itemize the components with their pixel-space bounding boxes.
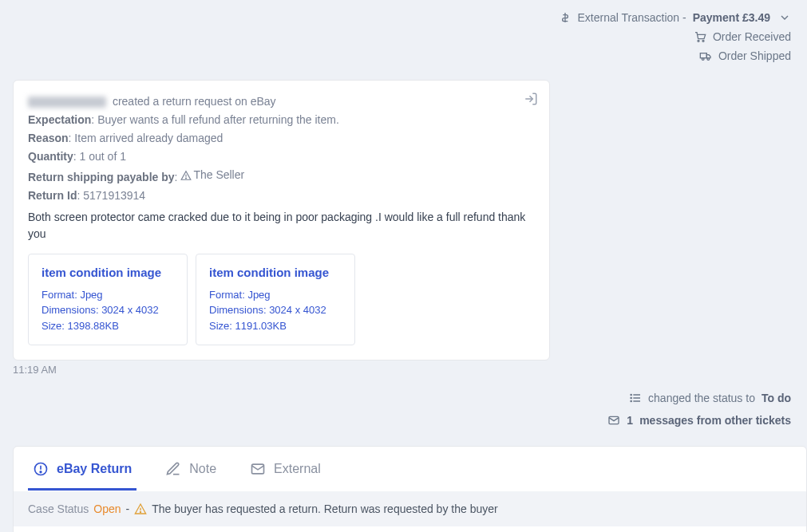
tab-external-label: External: [274, 462, 321, 476]
messages-count: 1: [627, 414, 633, 427]
transaction-event[interactable]: External Transaction - Payment £3.49: [16, 8, 791, 27]
attachment-format: Format: Jpeg: [209, 287, 342, 303]
case-status-text: The buyer has requested a return. Return…: [152, 502, 497, 515]
attachments: item condition image Format: Jpeg Dimens…: [28, 254, 535, 346]
status-change-value: To do: [762, 392, 791, 404]
attachment-format: Format: Jpeg: [42, 287, 174, 303]
edit-icon: [165, 461, 181, 477]
svg-point-11: [40, 471, 42, 473]
quantity-line: Quantity: 1 out of 1: [28, 148, 535, 165]
status-change-event: changed the status to To do: [16, 387, 791, 409]
svg-point-4: [707, 58, 710, 61]
order-received-label: Order Received: [713, 30, 791, 43]
created-line: created a return request on eBay: [28, 93, 535, 110]
created-suffix: created a return request on eBay: [113, 95, 276, 108]
order-shipped-event: Order Shipped: [16, 46, 791, 65]
warning-triangle-icon: [134, 502, 147, 515]
return-id-label: Return Id: [28, 189, 77, 202]
top-events: External Transaction - Payment £3.49 Ord…: [0, 0, 807, 65]
case-status-dash: -: [126, 502, 130, 515]
order-received-event: Order Received: [16, 27, 791, 46]
alert-circle-icon: [33, 461, 49, 477]
tab-ebay-label: eBay Return: [57, 462, 132, 476]
svg-point-3: [702, 58, 704, 61]
dollar-icon: [559, 11, 572, 24]
status-change-prefix: changed the status to: [648, 392, 755, 404]
tab-note-label: Note: [189, 462, 216, 476]
case-status-open: Open: [93, 502, 121, 515]
warning-triangle-icon: [180, 170, 192, 181]
payable-value: The Seller: [193, 167, 244, 183]
svg-point-5: [186, 178, 187, 179]
payable-warn: The Seller: [180, 167, 244, 183]
expectation-label: Expectation: [28, 113, 91, 126]
transaction-prefix: External Transaction -: [578, 11, 686, 24]
transaction-amount: Payment £3.49: [693, 11, 770, 24]
svg-point-7: [631, 397, 631, 398]
attachment-card[interactable]: item condition image Format: Jpeg Dimens…: [196, 254, 355, 346]
return-id-line: Return Id: 5171913914: [28, 187, 535, 204]
return-request-card: created a return request on eBay Expecta…: [13, 80, 550, 361]
tab-ebay-return[interactable]: eBay Return: [28, 447, 136, 491]
svg-point-13: [140, 511, 141, 512]
message-timestamp: 11:19 AM: [13, 364, 807, 376]
buyer-message: Both screen protector came cracked due t…: [28, 209, 535, 242]
quantity-value: 1 out of 1: [80, 150, 126, 163]
login-icon[interactable]: [524, 92, 538, 108]
attachment-size: Size: 1191.03KB: [209, 318, 342, 334]
tab-external[interactable]: External: [245, 447, 326, 491]
attachment-dimensions: Dimensions: 3024 x 4032: [209, 302, 342, 318]
attachment-card[interactable]: item condition image Format: Jpeg Dimens…: [28, 254, 188, 346]
attachment-dimensions: Dimensions: 3024 x 4032: [42, 302, 174, 318]
expectation-line: Expectation: Buyer wants a full refund a…: [28, 112, 535, 128]
expectation-value: Buyer wants a full refund after returnin…: [97, 113, 339, 126]
attachment-title[interactable]: item condition image: [209, 266, 342, 279]
svg-rect-2: [700, 53, 706, 58]
case-status-label: Case Status: [28, 502, 89, 515]
mid-events: changed the status to To do 1 messages f…: [0, 376, 807, 439]
tab-note[interactable]: Note: [160, 447, 221, 491]
truck-icon: [699, 49, 712, 62]
payable-line: Return shipping payable by: The Seller: [28, 167, 535, 186]
reply-panel: eBay Return Note External Case Status Op…: [13, 446, 807, 532]
mail-icon: [250, 461, 266, 477]
mail-icon: [607, 414, 620, 427]
messages-suffix: messages from other tickets: [639, 414, 791, 427]
chevron-down-icon: [778, 11, 791, 24]
svg-point-6: [631, 394, 631, 395]
svg-point-1: [702, 40, 704, 41]
buyer-name-redacted: [28, 97, 106, 108]
other-messages-event[interactable]: 1 messages from other tickets: [16, 409, 791, 432]
list-icon: [629, 392, 642, 404]
attachment-size: Size: 1398.88KB: [42, 318, 174, 334]
return-id-value: 5171913914: [83, 189, 145, 202]
order-shipped-label: Order Shipped: [718, 49, 791, 62]
reason-value: Item arrived already damaged: [74, 132, 223, 144]
reason-label: Reason: [28, 132, 69, 144]
quantity-label: Quantity: [28, 150, 73, 163]
attachment-title[interactable]: item condition image: [42, 266, 174, 279]
cart-icon: [694, 30, 706, 43]
svg-point-0: [698, 40, 699, 41]
reply-tabs: eBay Return Note External: [14, 447, 806, 491]
payable-label: Return shipping payable by: [28, 171, 175, 183]
case-status-bar: Case Status Open - The buyer has request…: [14, 491, 806, 526]
svg-point-8: [631, 400, 631, 401]
reason-line: Reason: Item arrived already damaged: [28, 130, 535, 147]
